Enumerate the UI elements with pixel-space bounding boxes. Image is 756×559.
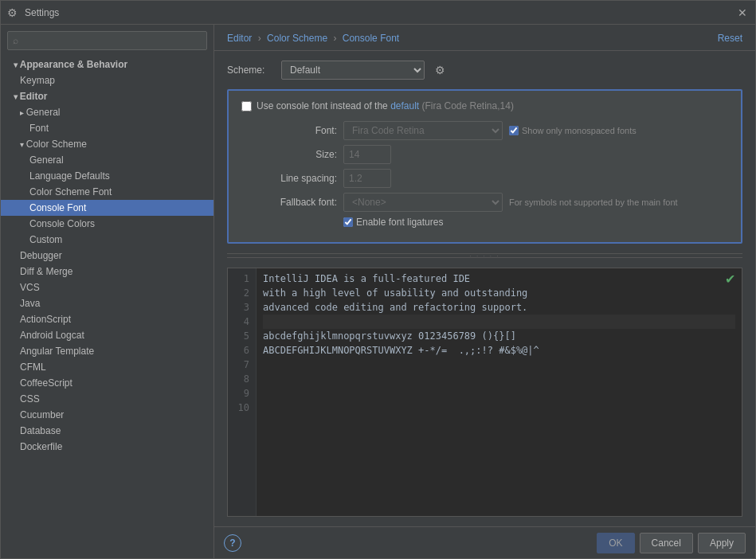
code-area: IntelliJ IDEA is a full-featured IDEwith… <box>257 268 742 516</box>
show-mono-row: Show only monospaced fonts <box>509 126 637 135</box>
sidebar-item-label: Angular Template <box>20 346 94 357</box>
code-line <box>263 386 735 401</box>
line-number: 2 <box>231 286 249 300</box>
sidebar-item-css[interactable]: CSS <box>1 391 213 407</box>
scheme-label: Scheme: <box>227 64 275 76</box>
sidebar-item-debugger[interactable]: Debugger <box>1 248 213 264</box>
line-spacing-input[interactable] <box>343 169 391 188</box>
ligatures-checkbox[interactable] <box>343 217 353 227</box>
preview-area: ✔ 12345678910 IntelliJ IDEA is a full-fe… <box>227 268 742 517</box>
sidebar-item-label: General <box>26 107 61 118</box>
sidebar-item-database[interactable]: Database <box>1 423 213 439</box>
code-line: advanced code editing and refactoring su… <box>263 300 735 315</box>
window-title: Settings <box>25 7 736 18</box>
sidebar-item-keymap[interactable]: Keymap <box>1 72 213 88</box>
sidebar-item-color-scheme-font[interactable]: Color Scheme Font <box>1 184 213 200</box>
breadcrumb-sep1: › <box>258 33 264 44</box>
sidebar-item-label: ActionScript <box>20 314 71 325</box>
sidebar-item-label: Debugger <box>20 250 62 261</box>
line-number: 4 <box>231 315 249 329</box>
use-console-font-label: Use console font instead of the default … <box>257 100 514 111</box>
sidebar-item-coffeescript[interactable]: CoffeeScript <box>1 375 213 391</box>
breadcrumb-editor: Editor <box>227 33 252 44</box>
cancel-button[interactable]: Cancel <box>640 533 693 553</box>
line-number: 1 <box>231 272 249 286</box>
title-bar: ⚙ Settings ✕ <box>1 1 755 25</box>
scheme-gear-button[interactable]: ⚙ <box>431 61 449 79</box>
apply-button[interactable]: Apply <box>698 533 746 553</box>
reset-link[interactable]: Reset <box>718 33 742 44</box>
help-button[interactable]: ? <box>224 534 241 552</box>
search-box[interactable] <box>7 31 207 50</box>
sidebar-item-diff-merge[interactable]: Diff & Merge <box>1 264 213 280</box>
line-number: 6 <box>231 343 249 358</box>
default-link[interactable]: default <box>390 100 419 111</box>
sidebar-item-color-scheme-general[interactable]: General <box>1 152 213 168</box>
sidebar-item-label: CSS <box>20 393 40 405</box>
sidebar-item-font[interactable]: Font <box>1 120 213 136</box>
close-button[interactable]: ✕ <box>736 6 749 19</box>
code-line: IntelliJ IDEA is a full-featured IDE <box>263 272 735 286</box>
sidebar-item-android-logcat[interactable]: Android Logcat <box>1 327 213 343</box>
show-mono-label: Show only monospaced fonts <box>522 126 637 135</box>
line-number: 9 <box>231 386 249 401</box>
ligatures-label: Enable font ligatures <box>356 217 443 228</box>
sidebar-item-appearance-behavior[interactable]: Appearance & Behavior <box>1 57 213 72</box>
sidebar-item-label: CoffeeScript <box>20 377 72 389</box>
sidebar-item-label: Language Defaults <box>29 170 110 182</box>
scheme-select[interactable]: Default Monokai Dracula Solarized Dark <box>281 61 425 80</box>
show-mono-checkbox[interactable] <box>509 126 519 135</box>
code-line: ABCDEFGHIJKLMNOPQRSTUVWXYZ +-*/= .,;:!? … <box>263 343 735 358</box>
sidebar-item-cfml[interactable]: CFML <box>1 359 213 375</box>
code-line <box>263 358 735 372</box>
preview-content: 12345678910 IntelliJ IDEA is a full-feat… <box>228 268 742 516</box>
fallback-hint: For symbols not supported by the main fo… <box>509 197 678 207</box>
font-select[interactable]: Fira Code Retina <box>343 121 503 140</box>
sidebar-item-vcs[interactable]: VCS <box>1 280 213 295</box>
line-number: 5 <box>231 329 249 343</box>
sidebar-item-label: Appearance & Behavior <box>20 59 127 70</box>
search-input[interactable] <box>13 35 202 46</box>
sidebar-item-label: Font <box>29 123 49 134</box>
sidebar-item-cucumber[interactable]: Cucumber <box>1 407 213 423</box>
breadcrumb-path: Editor › Color Scheme › Console Font <box>227 33 399 44</box>
sidebar-item-angular-template[interactable]: Angular Template <box>1 343 213 359</box>
sidebar-item-console-colors[interactable]: Console Colors <box>1 216 213 232</box>
line-numbers: 12345678910 <box>228 268 257 516</box>
use-console-font-checkbox[interactable] <box>241 101 252 111</box>
code-line <box>263 401 735 415</box>
line-number: 10 <box>231 401 249 415</box>
code-line <box>263 315 735 329</box>
font-settings-box: Use console font instead of the default … <box>227 89 742 244</box>
sidebar-item-language-defaults[interactable]: Language Defaults <box>1 168 213 184</box>
main-panel: Editor › Color Scheme › Console Font Res… <box>214 25 755 558</box>
sidebar-item-label: VCS <box>20 282 40 293</box>
use-console-font-row: Use console font instead of the default … <box>241 100 728 111</box>
drag-dots: · · · · · <box>469 252 499 260</box>
sidebar-item-label: Dockerfile <box>20 441 62 452</box>
sidebar-item-java[interactable]: Java <box>1 295 213 311</box>
sidebar-item-custom[interactable]: Custom <box>1 232 213 248</box>
drag-handle[interactable]: · · · · · <box>227 253 742 258</box>
fallback-font-row: Fallback font: <None> For symbols not su… <box>241 193 728 212</box>
breadcrumb-console-font: Console Font <box>343 33 399 44</box>
sidebar-item-label: Editor <box>20 91 48 102</box>
sidebar-item-color-scheme[interactable]: Color Scheme <box>1 136 213 152</box>
sidebar-item-dockerfile[interactable]: Dockerfile <box>1 439 213 455</box>
fallback-font-select[interactable]: <None> <box>343 193 503 212</box>
line-spacing-label: Line spacing: <box>241 173 337 184</box>
sidebar-item-console-font[interactable]: Console Font <box>1 200 213 216</box>
sidebar-item-label: Custom <box>29 234 62 245</box>
sidebar-item-editor[interactable]: Editor <box>1 88 213 104</box>
line-spacing-row: Line spacing: <box>241 169 728 188</box>
sidebar-item-label: Color Scheme <box>26 139 87 150</box>
breadcrumb: Editor › Color Scheme › Console Font Res… <box>214 25 755 51</box>
window-icon: ⚙ <box>7 6 20 19</box>
font-row: Font: Fira Code Retina Show only monospa… <box>241 121 728 140</box>
sidebar-item-label: Console Colors <box>29 218 95 229</box>
size-input[interactable] <box>343 145 391 164</box>
sidebar-item-label: Database <box>20 425 61 436</box>
sidebar-item-general[interactable]: General <box>1 104 213 120</box>
sidebar-item-actionscript[interactable]: ActionScript <box>1 311 213 327</box>
ok-button[interactable]: OK <box>597 533 634 553</box>
